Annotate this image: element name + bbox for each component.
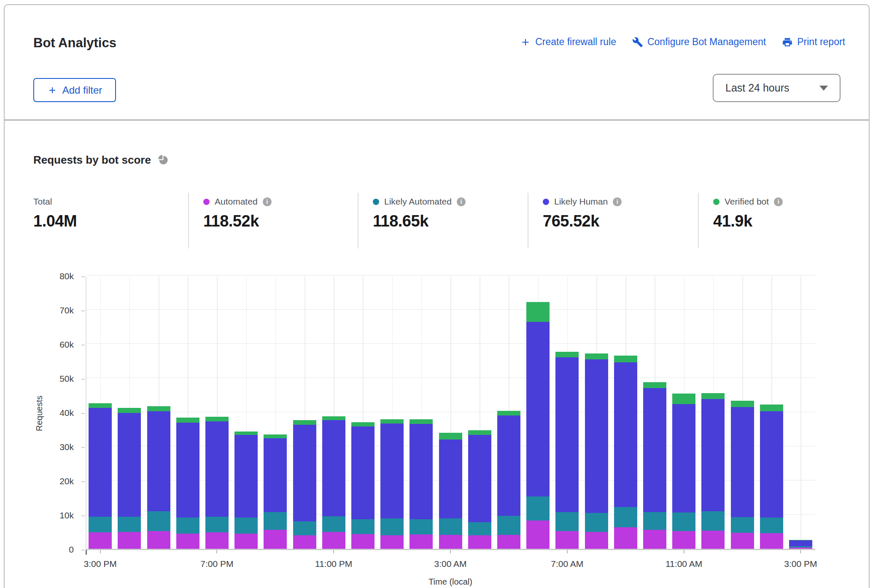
bar-segment-automated[interactable] [614,527,637,549]
bar-segment-likely-human[interactable] [585,359,608,513]
bar-segment-likely-automated[interactable] [439,518,462,535]
bar-segment-automated[interactable] [89,532,112,549]
bar-segment-automated[interactable] [264,530,287,549]
bar-segment-likely-automated[interactable] [147,511,170,531]
bar-segment-likely-human[interactable] [322,420,345,516]
bar-segment-verified-bot[interactable] [147,406,170,411]
bar-segment-verified-bot[interactable] [731,401,754,407]
bar-segment-verified-bot[interactable] [468,430,491,435]
bar-segment-verified-bot[interactable] [118,408,141,413]
bar-segment-verified-bot[interactable] [701,393,725,399]
bar-segment-automated[interactable] [351,534,375,549]
bar-segment-automated[interactable] [643,530,666,549]
bar-segment-likely-automated[interactable] [176,518,199,533]
bar-segment-likely-human[interactable] [701,399,725,511]
create-firewall-rule-link[interactable]: Create firewall rule [520,36,616,48]
bar-segment-verified-bot[interactable] [351,422,375,426]
bar-segment-likely-automated[interactable] [410,519,433,534]
bar-segment-verified-bot[interactable] [643,382,666,388]
bar-segment-verified-bot[interactable] [380,419,404,423]
bar-segment-likely-automated[interactable] [789,546,812,548]
info-icon[interactable]: i [613,197,622,206]
bar-segment-automated[interactable] [672,531,695,549]
info-icon[interactable]: i [457,197,466,206]
bar-segment-verified-bot[interactable] [672,394,695,404]
bar-segment-likely-automated[interactable] [585,513,608,532]
bar-segment-verified-bot[interactable] [760,405,783,411]
bar-segment-automated[interactable] [497,535,520,549]
bar-segment-automated[interactable] [731,533,754,549]
bar-segment-likely-human[interactable] [264,438,287,512]
bar-segment-verified-bot[interactable] [789,540,812,540]
bar-segment-automated[interactable] [293,535,316,549]
bar-segment-likely-human[interactable] [555,357,579,512]
info-icon[interactable]: i [774,197,783,206]
bar-segment-verified-bot[interactable] [555,352,579,358]
bar-segment-automated[interactable] [205,532,229,549]
bar-segment-verified-bot[interactable] [497,411,520,415]
bar-segment-automated[interactable] [147,531,170,549]
bar-segment-likely-human[interactable] [205,421,229,517]
add-filter-button[interactable]: Add filter [33,78,116,102]
bar-segment-likely-automated[interactable] [614,507,637,527]
bar-segment-likely-automated[interactable] [672,512,695,531]
bar-segment-automated[interactable] [380,535,404,549]
bar-segment-likely-human[interactable] [89,408,112,517]
info-icon[interactable]: i [263,197,272,206]
bar-segment-likely-automated[interactable] [293,521,316,535]
bar-segment-verified-bot[interactable] [264,434,287,438]
bar-segment-likely-automated[interactable] [205,517,229,532]
bar-segment-likely-human[interactable] [410,424,433,519]
bar-segment-automated[interactable] [118,532,141,549]
bar-segment-verified-bot[interactable] [526,302,550,322]
bar-segment-likely-automated[interactable] [118,517,141,532]
bar-segment-likely-automated[interactable] [760,518,783,533]
bar-segment-likely-automated[interactable] [526,496,550,521]
bar-segment-verified-bot[interactable] [439,433,462,440]
bar-segment-likely-automated[interactable] [497,516,520,535]
bar-segment-likely-automated[interactable] [234,518,258,533]
bar-segment-automated[interactable] [526,521,550,549]
bar-segment-likely-automated[interactable] [468,522,491,535]
bar-segment-verified-bot[interactable] [585,353,608,360]
bar-segment-verified-bot[interactable] [293,420,316,425]
bar-segment-likely-human[interactable] [526,322,550,496]
bar-segment-likely-automated[interactable] [264,512,287,529]
bar-segment-verified-bot[interactable] [410,419,433,424]
bar-segment-likely-automated[interactable] [731,517,754,533]
bar-segment-automated[interactable] [176,534,199,549]
bar-segment-automated[interactable] [410,534,433,549]
bar-segment-likely-human[interactable] [672,404,695,513]
bar-segment-automated[interactable] [760,533,783,549]
bar-segment-verified-bot[interactable] [205,417,229,421]
bar-segment-automated[interactable] [439,535,462,549]
bar-segment-verified-bot[interactable] [322,416,345,420]
bar-segment-likely-automated[interactable] [643,512,666,530]
bar-segment-likely-human[interactable] [439,440,462,518]
bar-segment-likely-human[interactable] [468,435,491,522]
bar-segment-likely-automated[interactable] [351,519,375,534]
bar-segment-automated[interactable] [234,534,258,549]
bar-segment-likely-automated[interactable] [380,518,404,535]
bar-segment-automated[interactable] [585,532,608,549]
print-report-link[interactable]: Print report [782,36,845,48]
bar-segment-verified-bot[interactable] [614,356,637,362]
bar-segment-automated[interactable] [555,531,579,549]
bar-segment-likely-human[interactable] [497,415,520,516]
bar-segment-likely-human[interactable] [118,413,141,517]
bar-segment-likely-human[interactable] [760,411,783,518]
bar-segment-verified-bot[interactable] [234,432,258,435]
bar-segment-likely-automated[interactable] [322,516,345,531]
bar-segment-likely-human[interactable] [147,411,170,511]
bar-segment-likely-human[interactable] [351,426,375,519]
time-range-select[interactable]: Last 24 hours [713,74,841,102]
configure-bot-management-link[interactable]: Configure Bot Management [632,36,766,48]
bar-segment-likely-human[interactable] [380,423,404,518]
bar-segment-likely-automated[interactable] [701,511,725,531]
bar-segment-verified-bot[interactable] [176,418,199,423]
bar-segment-likely-human[interactable] [614,362,637,507]
bar-segment-automated[interactable] [789,548,812,549]
bar-segment-likely-human[interactable] [293,425,316,521]
bar-segment-likely-human[interactable] [643,388,666,512]
bar-segment-likely-automated[interactable] [89,517,112,532]
